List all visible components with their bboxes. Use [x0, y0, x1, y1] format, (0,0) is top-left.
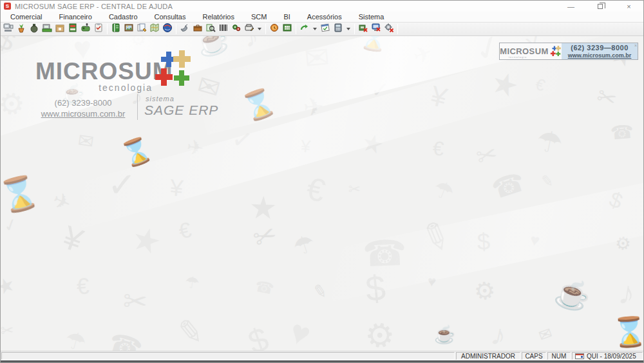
- toolbar-button-exit-gear[interactable]: [383, 23, 395, 35]
- toolbar-button-alarm-clock[interactable]: [268, 23, 281, 35]
- redo-arrow-icon: [299, 23, 310, 35]
- toolbar: [1, 22, 643, 36]
- watermark-icon: ✂: [122, 286, 148, 317]
- search-magnifier-icon: [205, 23, 216, 35]
- watermark-icon: ✈: [185, 137, 205, 159]
- toolbar-button-sprout-sale[interactable]: [15, 23, 28, 35]
- menu-item-bi[interactable]: BI: [275, 12, 298, 21]
- watermark-icon: ✈: [410, 41, 435, 68]
- info-box-website-link[interactable]: www.microsum.com.br: [568, 52, 632, 59]
- brand-website-link[interactable]: www.microsum.com.br: [38, 109, 128, 119]
- toolbar-button-photo[interactable]: [122, 23, 135, 35]
- watermark-icon: ★: [128, 221, 165, 260]
- toolbar-button-planner-book[interactable]: [281, 23, 294, 35]
- chevron-down-icon: [258, 28, 261, 30]
- contact-info-box: MICROSUM tecnologia (62) 3239—8000 www.m…: [499, 43, 638, 60]
- barcode-icon: [218, 23, 229, 35]
- watermark-icon: ✂: [249, 220, 281, 253]
- toolbar-button-process-cancel[interactable]: [357, 23, 370, 35]
- info-box-close-icon[interactable]: ×: [634, 43, 637, 48]
- alarm-clock-icon: [269, 23, 279, 35]
- toolbar-button-toolbox[interactable]: [191, 23, 204, 35]
- toolbar-button-barcode[interactable]: [217, 23, 230, 35]
- toolbar-separator: [176, 24, 176, 34]
- calendar-edit-icon: [320, 23, 330, 35]
- toolbar-button-catalog-book[interactable]: [109, 23, 122, 35]
- restore-button[interactable]: [585, 1, 614, 12]
- toolbar-button-package[interactable]: [53, 23, 66, 35]
- toolbar-button-cash-register[interactable]: [41, 23, 53, 35]
- menu-item-cadastro[interactable]: Cadastro: [100, 12, 146, 21]
- menu-item-acess-rios[interactable]: Acessórios: [299, 12, 350, 21]
- status-bar: ADMINISTRADOR CAPS NUM QUI - 18/09/2025: [1, 351, 643, 360]
- watermark-icon: ★: [249, 192, 278, 224]
- watermark-icon: ♪: [489, 320, 509, 351]
- menu-item-relat-rios[interactable]: Relatórios: [194, 12, 243, 21]
- watermark-icon: ✎: [175, 315, 205, 349]
- menu-item-sistema[interactable]: Sistema: [350, 12, 393, 21]
- toolbar-button-session-lock[interactable]: [370, 23, 383, 35]
- watermark-icon: ♥: [529, 232, 540, 250]
- globe-icon: [162, 23, 173, 35]
- watermark-icon: ✂: [1, 322, 14, 339]
- minimize-button[interactable]: —: [556, 1, 585, 12]
- toolbar-button-documents-edit[interactable]: [135, 23, 148, 35]
- watermark-icon: ♥: [285, 314, 315, 351]
- watermark-icon: ✈: [49, 188, 73, 215]
- toolbar-button-gears-pair[interactable]: [230, 23, 243, 35]
- photo-icon: [124, 23, 134, 35]
- main-area: $♥⚙☕♪✉⌛✈✓¥★⚙☕♪✉⌛✈✓¥★€✂♪✉⌛✈✓¥★€✂☂☎⌛✈✓¥★€✂…: [1, 36, 643, 351]
- calendar-icon: [575, 353, 584, 359]
- toolbar-dropdown-caret-redo-arrow[interactable]: [311, 23, 319, 35]
- brand-tagline: tecnologia: [26, 83, 153, 93]
- toolbar-button-map[interactable]: [148, 23, 161, 35]
- toolbar-button-money-bag[interactable]: [28, 23, 41, 35]
- package-icon: [55, 23, 65, 35]
- watermark-icon: ¥: [300, 138, 311, 156]
- watermark-icon: ⌛: [238, 87, 279, 124]
- toolbar-button-terminal-device[interactable]: [79, 23, 92, 35]
- toolbar-button-globe[interactable]: [161, 23, 174, 35]
- watermark-icon: $: [606, 188, 625, 213]
- watermark-icon: $: [365, 270, 388, 308]
- watermark-icon: ♪: [242, 36, 261, 52]
- process-cancel-icon: [358, 23, 368, 35]
- toolbar-button-calendar-edit[interactable]: [319, 23, 332, 35]
- toolbar-button-signature-device[interactable]: [243, 23, 256, 35]
- watermark-icon: ✉: [537, 325, 554, 344]
- toolbar-button-archive-cabinet[interactable]: [66, 23, 79, 35]
- bird-mail-icon: [180, 23, 190, 35]
- menu-item-scm[interactable]: SCM: [243, 12, 275, 21]
- toolbar-button-calculator[interactable]: [332, 23, 345, 35]
- title-bar: S MICROSUM SAGE ERP - CENTRAL DE AJUDA —…: [1, 1, 643, 12]
- watermark-icon: ♥: [427, 275, 437, 289]
- watermark-icon: ☎: [106, 329, 145, 351]
- toolbar-button-bird-mail[interactable]: [178, 23, 191, 35]
- toolbar-separator: [265, 24, 266, 34]
- watermark-icon: ⚙: [615, 234, 632, 253]
- toolbar-dropdown-caret-calculator[interactable]: [345, 23, 352, 35]
- cash-register-icon: [42, 23, 52, 35]
- watermark-icon: ☂: [62, 328, 89, 351]
- close-button[interactable]: ×: [614, 1, 643, 12]
- toolbar-button-clipboard-check[interactable]: [92, 23, 105, 35]
- brand-divider: [137, 94, 138, 120]
- toolbar-separator: [296, 24, 296, 34]
- toolbar-button-search-magnifier[interactable]: [204, 23, 217, 35]
- watermark-icon: ¥: [59, 221, 87, 258]
- watermark-icon: €: [431, 139, 444, 160]
- menu-item-consultas[interactable]: Consultas: [146, 12, 194, 21]
- menu-item-financeiro[interactable]: Financeiro: [51, 12, 100, 21]
- status-spacer-panel: [1, 352, 455, 360]
- system-name: SAGE ERP: [144, 103, 218, 118]
- watermark-icon: ✓: [108, 167, 137, 202]
- toolbar-button-redo-arrow[interactable]: [298, 23, 311, 35]
- status-num-indicator: NUM: [547, 352, 571, 360]
- background-streak: [322, 157, 643, 302]
- menu-item-comercial[interactable]: Comercial: [2, 12, 51, 21]
- toolbar-dropdown-caret-signature-device[interactable]: [256, 23, 263, 35]
- toolbar-button-pos-terminal[interactable]: [2, 23, 15, 35]
- watermark-icon: ⚙: [359, 315, 400, 351]
- info-box-brand-area: MICROSUM tecnologia: [500, 43, 562, 59]
- brand-phone: (62) 3239-8000: [44, 98, 122, 108]
